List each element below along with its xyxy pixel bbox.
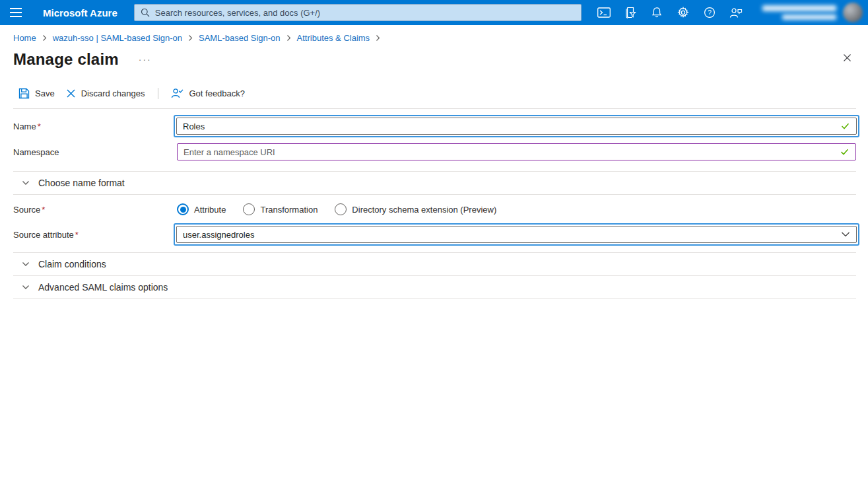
chevron-down-icon <box>22 262 30 267</box>
brand-title[interactable]: Microsoft Azure <box>43 7 117 18</box>
chevron-down-icon <box>22 180 30 186</box>
more-options-icon[interactable]: ··· <box>139 55 152 64</box>
directory-filter-button[interactable] <box>617 0 644 25</box>
command-bar: Save Discard changes Got feedback? <box>18 86 868 100</box>
discard-label: Discard changes <box>81 88 145 98</box>
name-row: Name* <box>0 118 868 134</box>
toolbar-rule <box>13 108 856 109</box>
name-label: Name* <box>13 122 177 131</box>
page-title: Manage claim <box>13 50 119 69</box>
manage-claim-form: Name* Namespace <box>0 118 868 299</box>
global-search[interactable] <box>134 4 582 21</box>
got-feedback-button[interactable]: Got feedback? <box>171 88 245 98</box>
required-asterisk: * <box>38 122 41 131</box>
source-attribute-focus-ring: user.assignedroles <box>174 223 859 246</box>
source-radio-group: Attribute Transformation Directory schem… <box>177 203 856 215</box>
required-asterisk: * <box>75 230 79 240</box>
namespace-row: Namespace <box>0 143 868 160</box>
discard-x-icon <box>66 88 76 98</box>
toolbar-divider <box>158 88 158 99</box>
settings-button[interactable] <box>670 0 696 25</box>
svg-text:?: ? <box>708 9 712 17</box>
breadcrumb-attributes-claims[interactable]: Attributes & Claims <box>297 33 370 43</box>
feedback-person-icon <box>729 7 743 18</box>
directory-filter-icon <box>624 7 636 18</box>
breadcrumb-app[interactable]: wazuh-sso | SAML-based Sign-on <box>53 33 182 43</box>
dropdown-value: user.assignedroles <box>183 230 254 240</box>
section-choose-name-format[interactable]: Choose name format <box>0 172 868 194</box>
topbar: Microsoft Azure ? <box>0 0 868 25</box>
chevron-right-icon <box>188 34 193 42</box>
chevron-right-icon <box>376 34 380 42</box>
chevron-right-icon <box>42 34 47 42</box>
feedback-label: Got feedback? <box>189 88 245 98</box>
gear-icon <box>677 7 689 18</box>
source-attribute-row: Source attribute* user.assignedroles <box>0 227 868 242</box>
name-input[interactable] <box>176 118 857 135</box>
bell-icon <box>651 7 662 18</box>
blade-header: Manage claim ··· <box>13 49 855 70</box>
radio-selected-icon <box>177 203 189 215</box>
close-icon <box>842 53 852 63</box>
discard-changes-button[interactable]: Discard changes <box>66 88 145 98</box>
azure-portal-page: Microsoft Azure ? <box>0 0 868 299</box>
radio-unselected-icon <box>335 203 347 215</box>
source-attribute-dropdown[interactable]: user.assignedroles <box>176 226 857 243</box>
topbar-icon-group: ? <box>591 0 749 25</box>
breadcrumb-home[interactable]: Home <box>13 33 36 43</box>
cloud-shell-button[interactable] <box>591 0 617 25</box>
breadcrumb: Home wazuh-sso | SAML-based Sign-on SAML… <box>13 33 868 43</box>
account-email-blurred <box>762 5 836 11</box>
hamburger-icon <box>10 8 22 9</box>
save-button[interactable]: Save <box>18 88 55 99</box>
save-icon <box>18 88 30 99</box>
account-info[interactable] <box>762 5 843 20</box>
feedback-icon <box>171 88 184 98</box>
section-divider <box>13 194 856 195</box>
section-divider <box>13 298 856 299</box>
section-advanced-saml-options[interactable]: Advanced SAML claims options <box>0 276 868 298</box>
close-button[interactable] <box>840 50 855 67</box>
name-input-focus-ring <box>174 115 859 137</box>
section-label: Choose name format <box>38 178 125 188</box>
source-attribute-label: Source attribute* <box>13 230 177 240</box>
section-claim-conditions[interactable]: Claim conditions <box>0 253 868 275</box>
namespace-input[interactable] <box>177 143 856 160</box>
source-row: Source* Attribute Transformation Directo… <box>0 203 868 215</box>
radio-directory-schema-extension[interactable]: Directory schema extension (Preview) <box>335 203 496 215</box>
search-icon <box>141 8 150 17</box>
chevron-down-icon <box>22 285 30 290</box>
chevron-right-icon <box>286 34 291 42</box>
breadcrumb-saml-signon[interactable]: SAML-based Sign-on <box>199 33 281 43</box>
search-input[interactable] <box>155 8 575 18</box>
notifications-button[interactable] <box>644 0 670 25</box>
help-icon: ? <box>704 7 716 18</box>
avatar[interactable] <box>843 3 863 22</box>
radio-unselected-icon <box>243 203 255 215</box>
radio-transformation[interactable]: Transformation <box>243 203 317 215</box>
section-label: Claim conditions <box>38 259 106 269</box>
feedback-button[interactable] <box>723 0 749 25</box>
hamburger-menu-button[interactable] <box>0 0 32 25</box>
radio-attribute[interactable]: Attribute <box>177 203 226 215</box>
namespace-label: Namespace <box>13 147 177 157</box>
account-directory-blurred <box>782 15 836 20</box>
cloud-shell-icon <box>597 7 611 18</box>
help-button[interactable]: ? <box>696 0 723 25</box>
source-label: Source* <box>13 205 177 215</box>
section-label: Advanced SAML claims options <box>38 282 168 293</box>
save-label: Save <box>35 88 55 98</box>
required-asterisk: * <box>42 205 45 215</box>
